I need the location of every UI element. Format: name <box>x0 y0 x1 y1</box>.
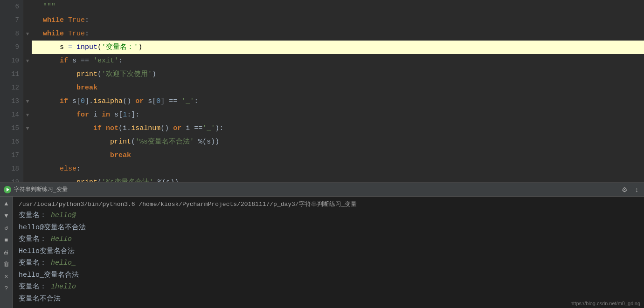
close-button[interactable]: ✕ <box>1 271 12 281</box>
output-line: hello_变量名合法 <box>19 269 638 281</box>
run-sidebar: ▲ ▼ ↺ ■ 🖨 🗑 ✕ ? /usr/local/python3/bin/p… <box>0 197 644 308</box>
line-content: break <box>32 149 644 162</box>
fold-gutter: ▼ <box>23 122 32 135</box>
fold-gutter <box>23 135 32 149</box>
line-content: """ <box>32 0 644 14</box>
fold-gutter <box>23 0 32 14</box>
code-line: 6 """ <box>0 0 644 14</box>
line-number: 11 <box>0 68 23 81</box>
line-number: 15 <box>0 122 23 135</box>
settings-button[interactable]: ⚙ <box>620 185 630 194</box>
run-title: 字符串判断练习_变量 <box>14 185 68 193</box>
code-line: 13▼ if s[0].isalpha() or s[0] == '_': <box>0 95 644 108</box>
watermark: https://blog.csdn.net/m0_gding <box>570 301 640 306</box>
fold-gutter <box>23 162 32 176</box>
line-number: 6 <box>0 0 23 14</box>
line-content: if not(i.isalnum() or i =='_'): <box>32 122 644 135</box>
line-number: 13 <box>0 95 23 108</box>
input-label: 变量名： <box>19 212 51 219</box>
run-toolbar: 字符串判断练习_变量 ⚙ ↕ <box>0 183 644 197</box>
line-number: 14 <box>0 108 23 122</box>
editor-area: 6 """7 while True:8▼ while True:9 s = in… <box>0 0 644 182</box>
input-value: 1hello <box>51 283 76 291</box>
code-line: 18 else: <box>0 162 644 176</box>
line-content: else: <box>32 162 644 176</box>
fold-gutter: ▼ <box>23 95 32 108</box>
line-number: 12 <box>0 81 23 95</box>
collapse-button[interactable]: ↕ <box>633 185 640 194</box>
input-value: hello_ <box>51 259 76 267</box>
run-output: /usr/local/python3/bin/python3.6 /home/k… <box>13 197 644 308</box>
main-container: 6 """7 while True:8▼ while True:9 s = in… <box>0 0 644 308</box>
line-number: 16 <box>0 135 23 149</box>
code-line: 15▼ if not(i.isalnum() or i =='_'): <box>0 122 644 135</box>
scroll-up-button[interactable]: ▲ <box>1 198 12 209</box>
line-content: while True: <box>32 27 644 41</box>
run-tab[interactable]: 字符串判断练习_变量 <box>4 185 68 193</box>
line-number: 10 <box>0 54 23 68</box>
line-content: print('%s变量名合法' %(s)) <box>32 176 644 182</box>
code-line: 10▼ if s == 'exit': <box>0 54 644 68</box>
output-line: 变量名： hello@ <box>19 210 638 222</box>
fold-gutter <box>23 14 32 27</box>
input-value: Hello <box>51 235 72 243</box>
scroll-down-button[interactable]: ▼ <box>1 211 12 221</box>
input-label: 变量名： <box>19 235 51 243</box>
fold-gutter <box>23 149 32 162</box>
input-label: 变量名： <box>19 259 51 267</box>
line-content: print('%s变量名不合法' %(s)) <box>32 135 644 149</box>
output-line: 变量名： 1hello <box>19 281 638 293</box>
code-line: 19 print('%s变量名合法' %(s)) <box>0 176 644 182</box>
line-number: 17 <box>0 149 23 162</box>
line-content: for i in s[1:]: <box>32 108 644 122</box>
input-label: 变量名： <box>19 283 51 291</box>
help-button[interactable]: ? <box>1 283 12 294</box>
line-content: print('欢迎下次使用') <box>32 68 644 81</box>
code-line: 17 break <box>0 149 644 162</box>
line-content: if s == 'exit': <box>32 54 644 68</box>
fold-gutter: ▼ <box>23 54 32 68</box>
fold-gutter: ▼ <box>23 108 32 122</box>
delete-button[interactable]: 🗑 <box>1 259 12 269</box>
code-line: 16 print('%s变量名不合法' %(s)) <box>0 135 644 149</box>
fold-gutter <box>23 41 32 54</box>
code-line: 8▼ while True: <box>0 27 644 41</box>
fold-gutter <box>23 176 32 182</box>
run-toolbar-right: ⚙ ↕ <box>620 185 640 194</box>
code-line: 9 s = input('变量名：') <box>0 41 644 54</box>
output-line: 变量名： hello_ <box>19 257 638 269</box>
input-value: hello@ <box>51 212 76 219</box>
line-content: break <box>32 81 644 95</box>
run-icon <box>4 186 11 193</box>
output-line: 变量名： Hello <box>19 233 638 246</box>
output-line: hello@变量名不合法 <box>19 222 638 234</box>
line-number: 9 <box>0 41 23 54</box>
code-lines: 6 """7 while True:8▼ while True:9 s = in… <box>0 0 644 182</box>
run-panel: 字符串判断练习_变量 ⚙ ↕ ▲ ▼ ↺ ■ 🖨 🗑 ✕ ? /usr/loca… <box>0 182 644 308</box>
line-number: 8 <box>0 27 23 41</box>
line-number: 7 <box>0 14 23 27</box>
output-line: Hello变量名合法 <box>19 246 638 258</box>
path-line: /usr/local/python3/bin/python3.6 /home/k… <box>19 199 638 210</box>
line-number: 19 <box>0 176 23 182</box>
code-line: 7 while True: <box>0 14 644 27</box>
line-content: s = input('变量名：') <box>32 41 644 54</box>
output-line: 变量名不合法 <box>19 293 638 305</box>
output-lines: 变量名： hello@hello@变量名不合法变量名： HelloHello变量… <box>19 210 638 305</box>
fold-gutter <box>23 81 32 95</box>
code-line: 12 break <box>0 81 644 95</box>
fold-gutter <box>23 68 32 81</box>
rerun-button[interactable]: ↺ <box>1 223 12 233</box>
line-number: 18 <box>0 162 23 176</box>
stop-button[interactable]: ■ <box>1 235 12 245</box>
code-line: 11 print('欢迎下次使用') <box>0 68 644 81</box>
line-content: while True: <box>32 14 644 27</box>
code-line: 14▼ for i in s[1:]: <box>0 108 644 122</box>
line-content: if s[0].isalpha() or s[0] == '_': <box>32 95 644 108</box>
run-side-buttons: ▲ ▼ ↺ ■ 🖨 🗑 ✕ ? <box>0 197 13 308</box>
print-button[interactable]: 🖨 <box>1 247 12 257</box>
fold-gutter: ▼ <box>23 27 32 41</box>
